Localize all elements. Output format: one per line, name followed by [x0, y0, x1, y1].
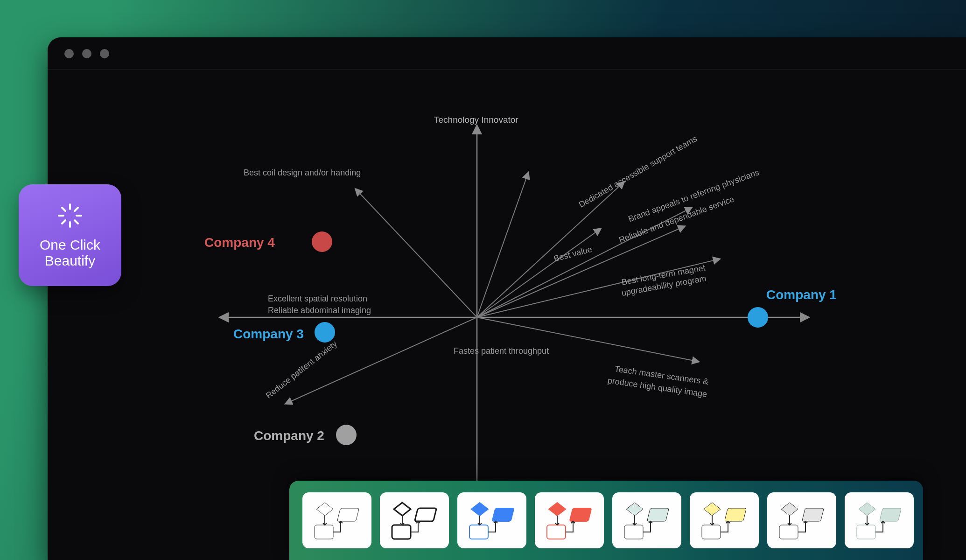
one-click-beautify-card[interactable]: One ClickBeautify — [19, 184, 121, 286]
company-1-label[interactable]: Company 1 — [766, 287, 837, 302]
svg-line-15 — [62, 208, 65, 211]
svg-rect-20 — [337, 508, 359, 521]
attr-fast: Fastes patient throughput — [454, 346, 549, 356]
attr-resolution-block: Excellent spatial resolution Reliable ab… — [268, 293, 371, 316]
svg-rect-24 — [392, 525, 411, 539]
company-2-dot[interactable] — [336, 425, 357, 445]
svg-line-17 — [75, 208, 78, 211]
svg-marker-19 — [316, 503, 333, 516]
company-1-dot[interactable] — [748, 307, 768, 328]
svg-rect-42 — [857, 525, 875, 539]
style-tile-teal-outline[interactable] — [845, 492, 914, 548]
svg-marker-22 — [394, 503, 411, 516]
traffic-light-min[interactable] — [82, 49, 91, 58]
svg-rect-32 — [647, 508, 669, 521]
traffic-light-close[interactable] — [64, 49, 74, 58]
svg-marker-25 — [471, 503, 488, 516]
svg-line-18 — [62, 220, 65, 224]
traffic-light-max[interactable] — [100, 49, 109, 58]
axis-label-top: Technology Innovator — [434, 115, 518, 125]
attr-res-2: Reliable abdominal imaging — [268, 305, 371, 316]
style-tile-blue-fill[interactable] — [457, 492, 526, 548]
svg-rect-29 — [570, 508, 592, 521]
style-tile-yellow-outline[interactable] — [690, 492, 759, 548]
svg-line-16 — [75, 220, 78, 224]
svg-rect-41 — [880, 508, 902, 521]
svg-marker-31 — [626, 503, 643, 516]
svg-rect-27 — [469, 525, 488, 539]
style-tile-mint-outline[interactable] — [612, 492, 681, 548]
svg-line-3 — [477, 173, 528, 317]
svg-marker-28 — [549, 503, 566, 516]
svg-marker-37 — [781, 503, 798, 516]
svg-rect-39 — [779, 525, 798, 539]
svg-rect-38 — [802, 508, 824, 521]
attr-coil: Best coil design and/or handing — [244, 168, 361, 178]
svg-rect-36 — [702, 525, 721, 539]
company-3-label[interactable]: Company 3 — [233, 327, 304, 342]
svg-line-2 — [356, 189, 477, 317]
svg-rect-30 — [547, 525, 566, 539]
company-2-label[interactable]: Company 2 — [254, 428, 324, 443]
svg-rect-26 — [492, 508, 514, 521]
window-titlebar — [48, 37, 966, 70]
style-tile-red-fill[interactable] — [535, 492, 604, 548]
svg-marker-34 — [704, 503, 721, 516]
svg-rect-21 — [315, 525, 333, 539]
svg-rect-23 — [415, 508, 437, 521]
svg-marker-40 — [859, 503, 875, 516]
sparkle-wand-icon — [56, 202, 84, 230]
svg-rect-35 — [725, 508, 747, 521]
style-tile-gray-outline[interactable] — [767, 492, 836, 548]
svg-line-4 — [477, 182, 624, 317]
svg-rect-33 — [624, 525, 643, 539]
style-tile-outline-thin[interactable] — [302, 492, 371, 548]
style-tile-outline-bold[interactable] — [380, 492, 449, 548]
svg-line-7 — [477, 229, 601, 317]
company-4-dot[interactable] — [312, 231, 332, 252]
style-tray — [289, 481, 923, 560]
attr-res-1: Excellent spatial resolution — [268, 293, 371, 305]
company-3-dot[interactable] — [315, 322, 335, 343]
company-4-label[interactable]: Company 4 — [204, 235, 275, 250]
beautify-label: One ClickBeautify — [40, 237, 100, 269]
